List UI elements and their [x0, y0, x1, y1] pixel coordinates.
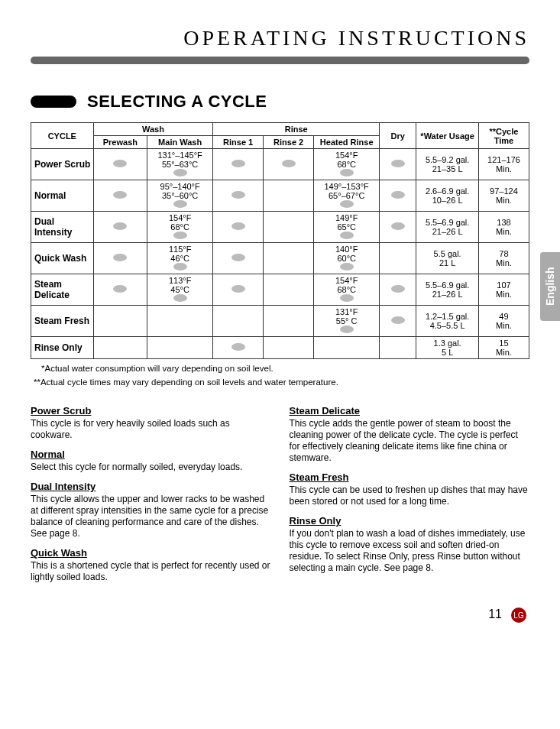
table-cell — [213, 274, 264, 306]
table-cell — [147, 337, 213, 359]
col-rinse1: Rinse 1 — [213, 136, 264, 149]
description-column-left: Power ScrubThis cycle is for very heavil… — [31, 397, 271, 588]
table-cell: 49 Min. — [478, 306, 529, 337]
description-heading: Dual Intensity — [31, 481, 271, 492]
table-cell — [93, 306, 147, 337]
table-cell — [264, 180, 314, 212]
dot-icon — [173, 263, 187, 271]
dot-icon — [231, 191, 245, 199]
dot-icon — [173, 169, 187, 177]
description-heading: Quick Wash — [31, 547, 271, 559]
dot-icon — [340, 232, 354, 239]
table-cell: 115°F 46°C — [147, 243, 213, 274]
table-cell: 154°F 68°C — [314, 149, 380, 180]
dot-icon — [231, 160, 245, 167]
table-cell: 5.5–6.9 gal. 21–26 L — [416, 212, 479, 243]
table-cell: 97–124 Min. — [478, 180, 529, 212]
table-cell — [314, 337, 380, 359]
lg-logo-icon: LG — [511, 608, 526, 623]
table-cell — [264, 243, 314, 274]
table-cell — [380, 306, 416, 337]
table-cell: 131°F 55° C — [314, 306, 380, 337]
header-rule — [31, 57, 529, 64]
dot-icon — [113, 222, 127, 230]
dot-icon — [173, 294, 187, 302]
table-cell — [264, 274, 314, 306]
table-cell — [147, 306, 213, 337]
col-rinse2: Rinse 2 — [264, 136, 314, 149]
col-wash: Wash — [93, 123, 213, 136]
table-cell — [213, 243, 264, 274]
col-water: *Water Usage — [416, 123, 479, 149]
table-row: Power Scrub131°–145°F 55°–63°C154°F 68°C… — [31, 149, 529, 180]
table-cell: 1.3 gal. 5 L — [416, 337, 479, 359]
table-cell: 2.6–6.9 gal. 10–26 L — [416, 180, 479, 212]
table-row: Normal95°–140°F 35°–60°C149°–153°F 65°–6… — [31, 180, 529, 212]
table-cell — [380, 337, 416, 359]
table-cell — [264, 306, 314, 337]
dot-icon — [173, 232, 187, 239]
table-cell: 149°–153°F 65°–67°C — [314, 180, 380, 212]
description-heading: Steam Fresh — [290, 471, 530, 483]
table-row: Steam Fresh131°F 55° C1.2–1.5 gal. 4.5–5… — [31, 306, 529, 337]
dot-icon — [173, 200, 187, 208]
col-rinse: Rinse — [213, 123, 380, 136]
table-cell: 5.5–9.2 gal. 21–35 L — [416, 149, 479, 180]
table-cell — [93, 180, 147, 212]
table-cell: 78 Min. — [478, 243, 529, 274]
table-cell — [93, 212, 147, 243]
table-cell — [213, 306, 264, 337]
dot-icon — [340, 200, 354, 208]
table-row: Dual Intensity154°F 68°C149°F 65°C5.5–6.… — [31, 212, 529, 243]
table-cell — [264, 149, 314, 180]
col-dry: Dry — [380, 123, 416, 149]
dot-icon — [391, 222, 405, 230]
table-cell — [380, 180, 416, 212]
description-heading: Normal — [31, 449, 271, 460]
table-cell: 140°F 60°C — [314, 243, 380, 274]
table-cell: Normal — [31, 180, 94, 212]
table-row: Steam Delicate113°F 45°C154°F 68°C5.5–6.… — [31, 274, 529, 306]
dot-icon — [113, 191, 127, 199]
table-cell — [380, 212, 416, 243]
table-cell: 131°–145°F 55°–63°C — [147, 149, 213, 180]
dot-icon — [231, 222, 245, 230]
dot-icon — [391, 191, 405, 199]
table-cell: 149°F 65°C — [314, 212, 380, 243]
table-cell: 138 Min. — [478, 212, 529, 243]
description-heading: Rinse Only — [290, 515, 530, 526]
table-cell: 113°F 45°C — [147, 274, 213, 306]
description-column-right: Steam DelicateThis cycle adds the gentle… — [290, 397, 530, 588]
page-header-title: OPERATING INSTRUCTIONS — [31, 26, 529, 50]
dot-icon — [391, 160, 405, 167]
table-row: Quick Wash115°F 46°C140°F 60°C5.5 gal. 2… — [31, 243, 529, 274]
table-cell — [264, 337, 314, 359]
table-cell: Power Scrub — [31, 149, 94, 180]
description-body: If you don't plan to wash a load of dish… — [290, 528, 530, 574]
dot-icon — [231, 285, 245, 293]
footnote-time: **Actual cycle times may vary depending … — [31, 377, 529, 387]
table-row: Rinse Only1.3 gal. 5 L15 Min. — [31, 337, 529, 359]
footnote-water: *Actual water consumption will vary depe… — [31, 364, 529, 373]
table-cell: Dual Intensity — [31, 212, 94, 243]
description-body: This is a shortened cycle that is perfec… — [31, 560, 271, 583]
col-heated: Heated Rinse — [314, 136, 380, 149]
description-heading: Power Scrub — [31, 405, 271, 416]
col-mainwash: Main Wash — [147, 136, 213, 149]
table-cell: Steam Delicate — [31, 274, 94, 306]
dot-icon — [282, 160, 296, 167]
table-cell: Steam Fresh — [31, 306, 94, 337]
description-body: This cycle can be used to freshen up dis… — [290, 484, 530, 507]
dot-icon — [231, 343, 245, 351]
table-cell: Rinse Only — [31, 337, 94, 359]
table-cell — [93, 149, 147, 180]
table-cell — [93, 243, 147, 274]
dot-icon — [340, 263, 354, 271]
col-cycle: CYCLE — [31, 123, 94, 149]
description-body: Select this cycle for normally soiled, e… — [31, 462, 271, 473]
table-cell: 154°F 68°C — [314, 274, 380, 306]
description-body: This cycle is for very heavily soiled lo… — [31, 418, 271, 441]
table-cell — [213, 212, 264, 243]
section-title: SELECTING A CYCLE — [87, 92, 267, 112]
table-cell — [213, 149, 264, 180]
